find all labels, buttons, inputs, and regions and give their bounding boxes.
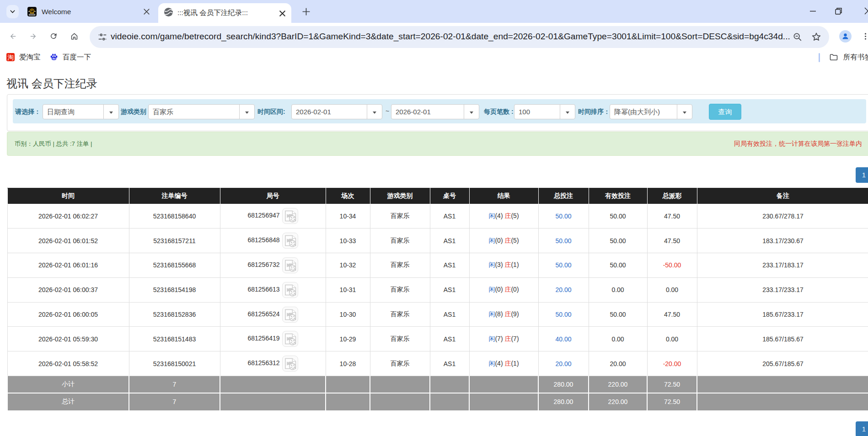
svg-text:du: du bbox=[53, 57, 56, 60]
svg-text:淘: 淘 bbox=[7, 54, 14, 61]
